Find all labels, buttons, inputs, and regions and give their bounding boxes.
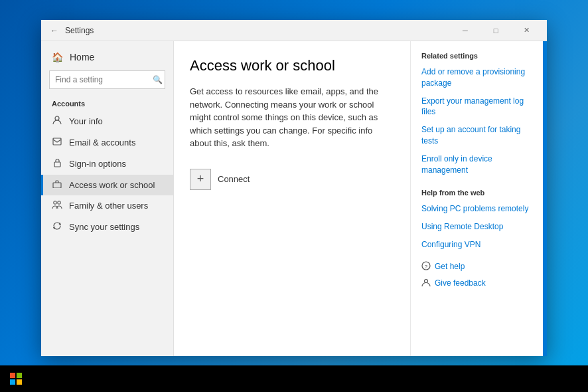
help-from-web-title: Help from the web	[421, 189, 532, 197]
your-info-label: Your info	[69, 116, 103, 126]
sync-settings-label: Sync your settings	[69, 222, 139, 232]
related-link-export-logs[interactable]: Export your management log files	[421, 96, 532, 118]
sidebar-item-sync-settings[interactable]: Sync your settings	[41, 216, 173, 238]
sync-icon	[52, 221, 62, 233]
svg-rect-11	[10, 379, 15, 385]
svg-rect-9	[10, 373, 15, 378]
sidebar-item-sign-in-options[interactable]: Sign-in options	[41, 153, 173, 175]
sidebar-item-access-work-school[interactable]: Access work or school	[41, 175, 173, 195]
titlebar-title: Settings	[65, 26, 450, 35]
svg-text:?: ?	[425, 264, 428, 270]
help-link-remote-desktop[interactable]: Using Remote Desktop	[421, 221, 532, 233]
sidebar: 🏠 Home 🔍 Accounts Your info	[41, 41, 174, 356]
svg-rect-3	[53, 183, 61, 188]
svg-point-8	[425, 279, 428, 282]
svg-point-5	[58, 201, 60, 204]
svg-point-4	[54, 201, 56, 204]
connect-plus-icon: +	[190, 169, 211, 190]
search-icon: 🔍	[153, 75, 163, 84]
email-accounts-label: Email & accounts	[69, 138, 135, 147]
help-link-solving-pc[interactable]: Solving PC problems remotely	[421, 203, 532, 215]
start-button[interactable]	[3, 365, 29, 392]
titlebar: ← Settings ─ □ ✕	[41, 20, 547, 41]
your-info-icon	[52, 116, 62, 127]
sign-in-options-label: Sign-in options	[69, 159, 126, 169]
briefcase-icon	[52, 180, 62, 190]
help-section: Help from the web Solving PC problems re…	[421, 189, 532, 288]
svg-rect-12	[17, 379, 22, 385]
home-icon: 🏠	[52, 52, 63, 62]
maximize-button[interactable]: □	[480, 20, 511, 41]
svg-rect-2	[54, 162, 60, 167]
taskbar	[0, 365, 588, 392]
sidebar-item-email-accounts[interactable]: Email & accounts	[41, 132, 173, 153]
get-help-item[interactable]: ? Get help	[421, 261, 532, 272]
give-feedback-item[interactable]: Give feedback	[421, 278, 532, 289]
sign-in-icon	[52, 158, 62, 169]
page-description: Get access to resources like email, apps…	[190, 85, 389, 150]
help-link-vpn[interactable]: Configuring VPN	[421, 239, 532, 250]
related-settings-title: Related settings	[421, 52, 532, 60]
related-link-enroll-device[interactable]: Enroll only in device management	[421, 153, 532, 176]
search-input[interactable]	[49, 70, 165, 89]
connect-button[interactable]: + Connect	[190, 166, 389, 193]
page-title: Access work or school	[190, 57, 389, 74]
sidebar-section-title: Accounts	[41, 94, 173, 110]
titlebar-controls: ─ □ ✕	[450, 20, 542, 41]
get-help-label: Get help	[435, 262, 465, 271]
right-panel: Related settings Add or remove a provisi…	[410, 41, 543, 356]
feedback-icon	[421, 278, 431, 289]
family-icon	[52, 201, 62, 211]
minimize-button[interactable]: ─	[450, 20, 480, 41]
window-body: 🏠 Home 🔍 Accounts Your info	[41, 41, 547, 356]
access-work-school-label: Access work or school	[69, 180, 155, 190]
family-other-users-label: Family & other users	[69, 201, 148, 211]
svg-point-0	[55, 116, 59, 120]
email-icon	[52, 138, 62, 147]
svg-rect-1	[53, 138, 61, 145]
main-content: Access work or school Get access to reso…	[174, 41, 410, 356]
sidebar-home-label: Home	[70, 52, 94, 62]
connect-label: Connect	[218, 174, 250, 184]
sidebar-item-family-other-users[interactable]: Family & other users	[41, 195, 173, 216]
close-button[interactable]: ✕	[511, 20, 542, 41]
related-link-account-tests[interactable]: Set up an account for taking tests	[421, 124, 532, 147]
related-link-provisioning[interactable]: Add or remove a provisioning package	[421, 66, 532, 89]
sidebar-item-your-info[interactable]: Your info	[41, 110, 173, 132]
svg-rect-10	[17, 373, 22, 378]
get-help-icon: ?	[421, 261, 431, 272]
give-feedback-label: Give feedback	[435, 278, 486, 288]
search-box: 🔍	[49, 70, 165, 89]
window-accent-bar	[543, 41, 547, 356]
sidebar-item-home[interactable]: 🏠 Home	[41, 47, 173, 68]
titlebar-back-button[interactable]: ←	[46, 23, 62, 39]
